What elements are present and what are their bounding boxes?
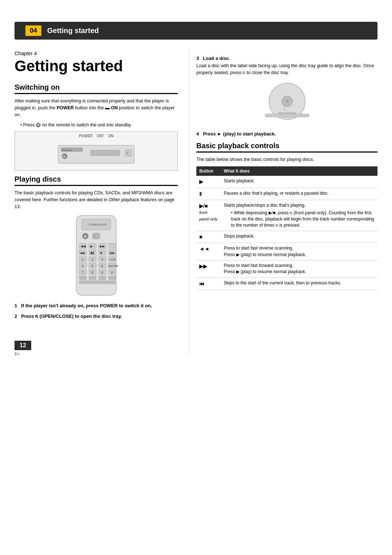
- svg-text:|▶▶: |▶▶: [110, 251, 115, 255]
- btn-play: ▶: [196, 176, 221, 188]
- svg-text:1: 1: [82, 258, 83, 261]
- step2-heading: 2 Press ⎋ (OPEN/CLOSE) to open the disc …: [15, 313, 178, 319]
- step4-heading: 4 Press ► (play) to start playback.: [196, 131, 377, 137]
- step3-num: 3: [196, 56, 199, 61]
- main-content: Chapter 4 Getting started Switching on A…: [0, 40, 392, 370]
- step3-label: Load a disc.: [203, 56, 230, 61]
- svg-text:8: 8: [91, 271, 93, 274]
- svg-text:◀◀: ◀◀: [81, 244, 86, 248]
- step2-num: 2: [15, 313, 17, 319]
- table-body: ▶ Starts playback. Ⅱ Pauses a disc that'…: [196, 176, 377, 289]
- svg-text:PURE AUDIO: PURE AUDIO: [89, 223, 107, 226]
- svg-text:↓: ↓: [283, 104, 286, 111]
- table-row: ▶▶ Press to start fast forward scanning.…: [196, 260, 377, 278]
- step1-text: If the player isn't already on, press PO…: [21, 303, 152, 308]
- step2-text: Press ⎋ (OPEN/CLOSE) to open the disc tr…: [21, 313, 122, 319]
- page-number: 12: [15, 341, 31, 350]
- pioneer-device-image: POWER OFF ON Pioneer ⏻ ⎋: [15, 131, 178, 171]
- desc-play: Starts playback.: [221, 176, 377, 188]
- svg-text:▶▶: ▶▶: [100, 244, 105, 248]
- table-row: ▶ Starts playback.: [196, 176, 377, 188]
- svg-text:⎋: ⎋: [94, 235, 95, 238]
- chapter-main-title: Getting started: [15, 58, 178, 74]
- svg-rect-58: [79, 281, 115, 284]
- svg-text:6: 6: [101, 264, 103, 268]
- step1-heading: 1 If the player isn't already on, press …: [15, 303, 178, 308]
- playing-discs-heading: Playing discs: [15, 175, 178, 186]
- btn-stop: ■: [196, 231, 221, 243]
- desc-prev: Skips to the start of the current track,…: [221, 278, 377, 289]
- step3-heading: 3 Load a disc.: [196, 56, 377, 61]
- svg-text:■: ■: [100, 251, 102, 255]
- col-what-it-does: What it does: [221, 166, 377, 176]
- basic-playback-heading: Basic playback controls: [196, 142, 377, 153]
- svg-rect-57: [109, 276, 116, 280]
- svg-text:⏻: ⏻: [63, 155, 65, 158]
- switching-on-heading: Switching on: [15, 83, 178, 94]
- table-row: ▶/■ front panel only Starts playback/sto…: [196, 200, 377, 231]
- switching-on-bullet: Press ⏻ on the remote to switch the unit…: [20, 122, 178, 129]
- table-row: Ⅱ Pauses a disc that's playing, or resta…: [196, 188, 377, 200]
- col-button: Button: [196, 166, 221, 176]
- table-header: Button What it does: [196, 166, 377, 176]
- svg-rect-62: [265, 114, 309, 117]
- btn-pause: Ⅱ: [196, 188, 221, 200]
- svg-rect-26: [99, 250, 106, 255]
- svg-text:5: 5: [91, 264, 93, 268]
- page-lang: En: [15, 352, 178, 356]
- step4-num: 4: [196, 131, 199, 137]
- svg-text:▶: ▶: [90, 244, 93, 248]
- desc-rew: Press to start fast reverse scanning. Pr…: [221, 243, 377, 260]
- disc-image-container: ↓: [196, 81, 377, 126]
- desc-pause: Pauses a disc that's playing, or restart…: [221, 188, 377, 200]
- chapter-header-bar: 04 Getting started: [15, 22, 377, 40]
- svg-rect-5: [91, 150, 120, 155]
- playback-table: Button What it does ▶ Starts playback. Ⅱ…: [196, 166, 377, 290]
- desc-fwd: Press to start fast forward scanning. Pr…: [221, 260, 377, 278]
- power-bold: POWER: [57, 105, 74, 110]
- sub-bullet-play-stop: While depressing ▶/■, press ⎋ (front pan…: [231, 210, 375, 228]
- other-playback-italic: Other playback features: [109, 197, 157, 202]
- svg-text:ENTER: ENTER: [109, 264, 118, 268]
- table-row: ⏮ Skips to the start of the current trac…: [196, 278, 377, 289]
- btn-fwd: ▶▶: [196, 260, 221, 278]
- desc-stop: Stops playback.: [221, 231, 377, 243]
- svg-text:▮▮: ▮▮: [90, 251, 94, 255]
- playback-table-container: Button What it does ▶ Starts playback. Ⅱ…: [196, 166, 377, 290]
- svg-text:Pioneer: Pioneer: [62, 149, 72, 152]
- svg-text:9: 9: [101, 271, 103, 274]
- header-title: Getting started: [47, 27, 99, 35]
- left-column: Chapter 4 Getting started Switching on A…: [15, 50, 189, 356]
- svg-text:2: 2: [91, 258, 93, 261]
- svg-rect-56: [99, 276, 106, 280]
- table-row: ■ Stops playback.: [196, 231, 377, 243]
- right-column: 3 Load a disc. Load a disc with the labe…: [189, 50, 377, 356]
- svg-rect-55: [89, 276, 96, 280]
- desc-play-stop: Starts playback/stops a disc that's play…: [221, 200, 377, 231]
- remote-svg: PURE AUDIO ⏻ ⎋ ◀◀ ▶ ▶▶: [69, 214, 123, 297]
- table-header-row: Button What it does: [196, 166, 377, 176]
- btn-play-stop: ▶/■ front panel only: [196, 200, 221, 231]
- svg-text:4: 4: [82, 264, 83, 268]
- step4-text: Press ► (play) to start playback.: [203, 131, 276, 137]
- svg-text:7: 7: [82, 271, 83, 274]
- svg-rect-54: [79, 276, 86, 280]
- basic-playback-intro: The table below shows the basic controls…: [196, 156, 377, 163]
- svg-rect-21: [109, 243, 116, 248]
- svg-text:◀◀|: ◀◀|: [80, 251, 85, 255]
- device-labels: POWER OFF ON: [17, 134, 175, 138]
- page-footer: 12 En: [15, 330, 178, 356]
- player-svg: Pioneer ⏻ ⎋: [54, 138, 138, 167]
- svg-text:CLR: CLR: [110, 258, 115, 261]
- chapter-label: Chapter 4: [15, 50, 178, 56]
- svg-text:0: 0: [111, 271, 113, 274]
- btn-rew: ◄◄: [196, 243, 221, 260]
- svg-text:⏻: ⏻: [83, 235, 87, 238]
- svg-rect-63: [278, 112, 296, 114]
- table-row: ◄◄ Press to start fast reverse scanning.…: [196, 243, 377, 260]
- step1-num: 1: [15, 303, 17, 308]
- on-bold: ▬ ON: [105, 105, 118, 110]
- svg-text:3: 3: [101, 258, 103, 261]
- svg-point-61: [286, 100, 289, 103]
- playing-discs-para: The basic playback controls for playing …: [15, 190, 178, 210]
